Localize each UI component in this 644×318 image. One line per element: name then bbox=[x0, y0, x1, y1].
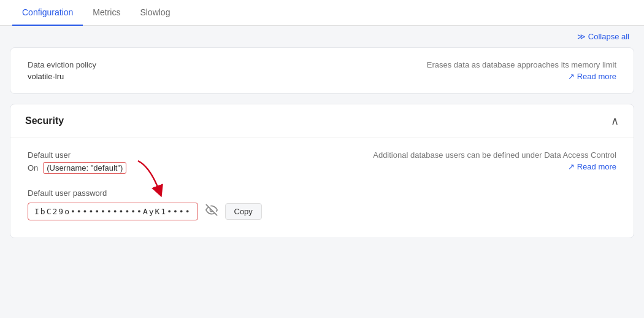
eye-slash-icon bbox=[205, 204, 218, 216]
tab-slowlog[interactable]: Slowlog bbox=[130, 0, 180, 26]
tab-configuration[interactable]: Configuration bbox=[12, 0, 83, 26]
tab-metrics[interactable]: Metrics bbox=[83, 0, 130, 26]
default-user-label: Default user bbox=[28, 150, 126, 160]
security-section-title: Security bbox=[25, 115, 64, 126]
toolbar: ≫ Collapse all bbox=[0, 26, 644, 47]
on-label: On bbox=[28, 163, 38, 173]
main-container: Configuration Metrics Slowlog ≫ Collapse… bbox=[0, 0, 644, 318]
eviction-right: Erases data as database approaches its m… bbox=[427, 60, 616, 81]
default-user-row: Default user On (Username: "default") Ad… bbox=[28, 150, 616, 174]
default-user-right: Additional database users can be defined… bbox=[373, 150, 616, 171]
toggle-password-visibility-button[interactable] bbox=[204, 203, 219, 220]
collapse-all-label: Collapse all bbox=[588, 32, 629, 41]
default-user-left: Default user On (Username: "default") bbox=[28, 150, 126, 174]
collapse-all-button[interactable]: ≫ Collapse all bbox=[577, 32, 629, 41]
external-link-icon: ↗ bbox=[568, 72, 575, 81]
default-password-section: Default user password IbC29o••••••••••••… bbox=[28, 188, 616, 220]
eviction-field-value: volatile-lru bbox=[28, 72, 96, 81]
password-row: IbC29o••••••••••••AyK1•••• Copy bbox=[28, 203, 616, 220]
external-link-icon-2: ↗ bbox=[568, 162, 575, 171]
security-section-header: Security ∧ bbox=[10, 104, 634, 138]
security-read-more-label: Read more bbox=[577, 162, 616, 171]
eviction-read-more-label: Read more bbox=[577, 72, 616, 81]
eviction-left: Data eviction policy volatile-lru bbox=[28, 60, 96, 81]
username-badge: (Username: "default") bbox=[43, 162, 126, 174]
eviction-field-label: Data eviction policy bbox=[28, 60, 96, 69]
tab-bar: Configuration Metrics Slowlog bbox=[0, 0, 644, 26]
eviction-card: Data eviction policy volatile-lru Erases… bbox=[10, 47, 634, 94]
security-section: Security ∧ Default user On (Username: "d… bbox=[10, 104, 634, 238]
additional-users-text: Additional database users can be defined… bbox=[373, 150, 616, 160]
security-section-content: Default user On (Username: "default") Ad… bbox=[10, 138, 634, 238]
security-read-more-link[interactable]: ↗ Read more bbox=[373, 162, 616, 171]
password-field-label: Default user password bbox=[28, 188, 616, 198]
password-display: IbC29o••••••••••••AyK1•••• bbox=[28, 203, 198, 220]
copy-password-button[interactable]: Copy bbox=[225, 203, 262, 220]
chevron-down-icon: ≫ bbox=[577, 32, 586, 41]
default-user-status: On (Username: "default") bbox=[28, 162, 126, 174]
security-section-toggle[interactable]: ∧ bbox=[611, 114, 619, 128]
chevron-up-icon: ∧ bbox=[611, 115, 619, 127]
eviction-description: Erases data as database approaches its m… bbox=[427, 60, 616, 69]
eviction-read-more-link[interactable]: ↗ Read more bbox=[427, 72, 616, 81]
